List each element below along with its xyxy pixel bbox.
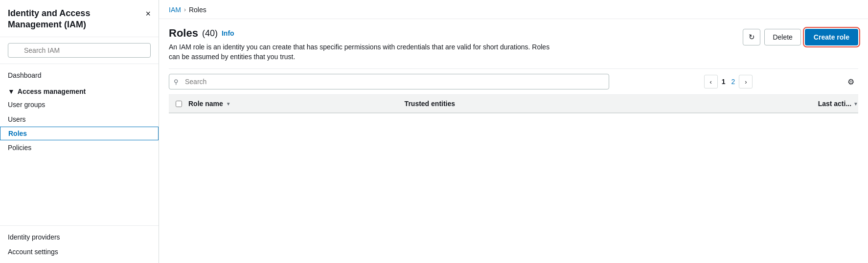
sidebar-item-account-settings[interactable]: Account settings: [0, 244, 159, 259]
prev-page-button[interactable]: ‹: [704, 75, 718, 88]
page-title: Roles: [169, 27, 198, 40]
table-search-bar: ⚲ ‹ 1 2 › ⚙: [169, 68, 858, 95]
pagination-controls: ‹ 1 2 ›: [704, 75, 753, 88]
sidebar-header: Identity and Access Management (IAM) ×: [0, 0, 159, 37]
search-wrapper: ⚲: [8, 43, 151, 58]
sidebar-nav: Dashboard ▼ Access management User group…: [0, 64, 159, 225]
info-badge[interactable]: Info: [222, 29, 234, 37]
table-settings-button[interactable]: ⚙: [844, 74, 858, 89]
content-area: Roles (40) Info An IAM role is an identi…: [159, 19, 868, 263]
page-header-actions: ↻ Delete Create role: [743, 29, 858, 45]
search-container: ⚲: [0, 37, 159, 64]
sort-last-activity-icon: ▼: [853, 101, 858, 107]
sidebar-section-access-management[interactable]: ▼ Access management: [0, 83, 159, 97]
page-count: (40): [202, 28, 218, 39]
arrow-icon: ▼: [8, 88, 15, 95]
breadcrumb-iam-link[interactable]: IAM: [169, 6, 181, 14]
page-title-row: Roles (40) Info: [169, 27, 743, 40]
page-description: An IAM role is an identity you can creat…: [169, 43, 550, 62]
sort-role-name-icon: ▼: [226, 101, 231, 107]
sidebar-item-dashboard[interactable]: Dashboard: [0, 68, 159, 83]
close-icon[interactable]: ×: [145, 9, 151, 19]
breadcrumb: IAM › Roles: [159, 0, 868, 19]
breadcrumb-current: Roles: [189, 6, 206, 14]
sidebar-item-users[interactable]: Users: [0, 112, 159, 127]
col-header-last-activity[interactable]: Last acti... ▼: [729, 100, 858, 108]
col-header-role-name[interactable]: Role name ▼: [188, 100, 405, 108]
page-header-left: Roles (40) Info An IAM role is an identi…: [169, 27, 743, 62]
delete-button[interactable]: Delete: [764, 29, 800, 45]
main-content: IAM › Roles Roles (40) Info An IAM role …: [159, 0, 868, 263]
select-all-checkbox[interactable]: [176, 101, 182, 107]
sidebar-title: Identity and Access Management (IAM): [8, 8, 145, 31]
sidebar-item-roles[interactable]: Roles: [0, 127, 159, 140]
page-number-2[interactable]: 2: [730, 78, 737, 86]
sidebar: Identity and Access Management (IAM) × ⚲…: [0, 0, 159, 263]
breadcrumb-separator: ›: [184, 6, 186, 13]
create-role-button[interactable]: Create role: [805, 29, 858, 45]
sidebar-item-user-groups[interactable]: User groups: [0, 97, 159, 112]
col-header-trusted-entities: Trusted entities: [405, 100, 729, 108]
sidebar-bottom: Identity providers Account settings: [0, 225, 159, 263]
next-page-button[interactable]: ›: [739, 75, 753, 88]
page-number-1[interactable]: 1: [720, 78, 728, 86]
page-header: Roles (40) Info An IAM role is an identi…: [169, 27, 858, 62]
select-all-checkbox-col: [169, 101, 188, 107]
sidebar-item-policies[interactable]: Policies: [0, 140, 159, 155]
sidebar-item-identity-providers[interactable]: Identity providers: [0, 230, 159, 244]
refresh-button[interactable]: ↻: [743, 29, 760, 45]
table-search-input[interactable]: [169, 74, 609, 89]
table-search-icon: ⚲: [174, 78, 179, 86]
table-search-wrapper: ⚲: [169, 74, 609, 89]
search-input[interactable]: [8, 43, 151, 58]
table-header-row: Role name ▼ Trusted entities Last acti..…: [169, 95, 858, 113]
table-container: Role name ▼ Trusted entities Last acti..…: [169, 95, 858, 113]
